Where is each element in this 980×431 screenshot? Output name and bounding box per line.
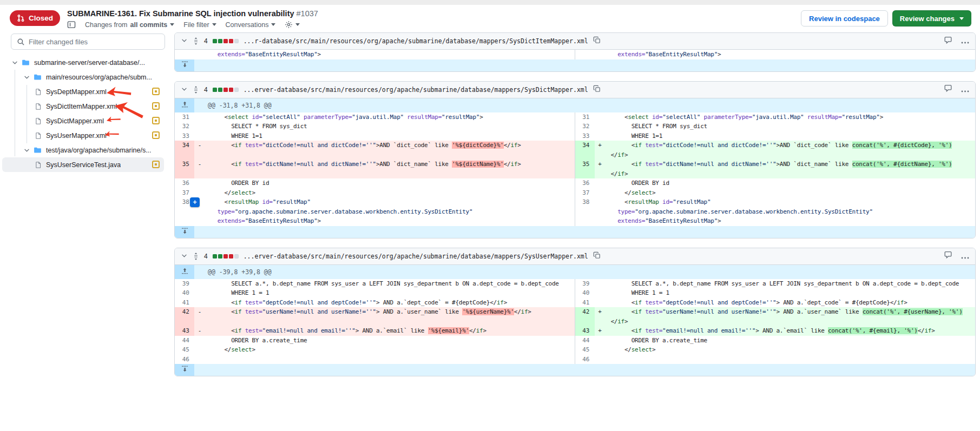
line-number[interactable]: 45: [575, 345, 595, 355]
diff-settings-menu[interactable]: [285, 21, 300, 29]
line-number[interactable]: 41: [575, 298, 595, 308]
line-number[interactable]: 42: [175, 307, 194, 326]
diff-table: 31 <select id="selectAll" parameterType=…: [175, 112, 975, 226]
tree-file-row[interactable]: SysDictItemMapper.xml: [2, 99, 164, 114]
file-icon: [35, 88, 42, 96]
tree-item-label: SysUserServiceTest.java: [46, 161, 121, 169]
drag-handle-icon[interactable]: [193, 86, 199, 94]
file-options-button[interactable]: [961, 36, 969, 46]
copy-path-button[interactable]: [593, 36, 601, 46]
comment-icon: [944, 251, 952, 261]
chevron-down-icon[interactable]: [23, 147, 30, 154]
collapse-file-button[interactable]: [181, 85, 188, 95]
file-path: ...erver-database/src/main/resources/org…: [244, 253, 588, 260]
chevron-down-icon[interactable]: [23, 74, 30, 81]
file-path: ...r-database/src/main/resources/org/apa…: [244, 37, 588, 45]
line-number[interactable]: 44: [575, 336, 595, 346]
pr-header: Closed SUBMARINE-1361. Fix Submarine SQL…: [0, 5, 980, 31]
tree-folder-row[interactable]: main/resources/org/apache/subm...: [2, 70, 164, 84]
line-number[interactable]: 36: [175, 178, 194, 188]
line-number[interactable]: 37: [175, 188, 194, 198]
comment-icon: [944, 84, 952, 95]
line-number[interactable]: 36: [575, 178, 595, 188]
line-number[interactable]: 43: [175, 326, 194, 336]
code-cell: extends="BaseEntityResultMap">: [205, 50, 575, 59]
line-number[interactable]: 45: [175, 345, 194, 355]
review-in-codespace-button[interactable]: Review in codespace: [801, 10, 888, 26]
file-filter-box: [11, 34, 165, 50]
line-number[interactable]: 31: [575, 112, 595, 122]
tree-file-row[interactable]: SysDeptMapper.xml: [2, 84, 164, 99]
kebab-icon: [961, 36, 969, 46]
line-number[interactable]: 39: [575, 279, 595, 289]
caret-down-icon: [959, 17, 964, 20]
line-number[interactable]: 46: [175, 355, 194, 364]
code-cell: </select>: [606, 188, 976, 198]
copy-path-button[interactable]: [593, 85, 601, 95]
file-options-button[interactable]: [961, 251, 969, 261]
line-number[interactable]: 37: [575, 188, 595, 198]
expand-down-button[interactable]: [175, 59, 194, 71]
drag-handle-icon[interactable]: [193, 37, 199, 45]
tree-file-row[interactable]: SysDictMapper.xml: [2, 114, 164, 128]
add-comment-button[interactable]: +: [190, 197, 200, 207]
tree-item-label: test/java/org/apache/submarine/s...: [46, 147, 152, 154]
chevron-down-icon[interactable]: [11, 59, 18, 66]
code-cell: <if test="dictName!=null and dictName!='…: [205, 160, 575, 178]
comment-button[interactable]: [944, 36, 952, 47]
diff-marker: [595, 178, 606, 188]
tree-folder-row[interactable]: test/java/org/apache/submarine/s...: [2, 143, 164, 157]
comment-button[interactable]: [944, 251, 952, 261]
code-cell: <if test="email!=null and email!=''"> AN…: [606, 326, 976, 336]
comment-button[interactable]: [944, 84, 952, 95]
line-number[interactable]: 34: [575, 141, 595, 160]
chevron-down-icon: [181, 251, 188, 261]
file-options-button[interactable]: [961, 85, 969, 95]
line-number[interactable]: 43: [575, 326, 595, 336]
line-number[interactable]: 40: [175, 288, 194, 298]
line-number[interactable]: 38: [575, 197, 595, 226]
changes-from-menu[interactable]: Changes from all commits: [85, 21, 174, 29]
caret-down-icon: [170, 23, 174, 26]
drag-handle-icon[interactable]: [193, 253, 199, 260]
tree-file-row[interactable]: SysUserMapper.xml: [2, 128, 164, 143]
sidebar-toggle-button[interactable]: [67, 21, 76, 29]
expand-down-button[interactable]: [175, 364, 194, 376]
diff-row: 40 WHERE 1 = 140 WHERE 1 = 1: [175, 288, 975, 298]
expand-up-button[interactable]: [175, 98, 194, 112]
line-number[interactable]: 33: [175, 131, 194, 141]
line-number[interactable]: 35: [575, 160, 595, 178]
line-number[interactable]: [175, 50, 194, 59]
expand-down-button[interactable]: [175, 226, 194, 238]
line-number[interactable]: 33: [575, 131, 595, 141]
files-sidebar: submarine-server/server-database/...main…: [0, 31, 166, 172]
review-changes-label: Review changes: [900, 15, 955, 23]
code-cell: <select id="selectAll" parameterType="ja…: [205, 112, 575, 122]
tree-folder-row[interactable]: submarine-server/server-database/...: [2, 55, 164, 70]
line-number[interactable]: 39: [175, 279, 194, 289]
conversations-menu[interactable]: Conversations: [226, 21, 276, 29]
line-number[interactable]: 44: [175, 336, 194, 346]
line-number[interactable]: 31: [175, 112, 194, 122]
file-path: ...erver-database/src/main/resources/org…: [244, 86, 588, 94]
review-changes-button[interactable]: Review changes: [892, 10, 971, 26]
gear-icon: [285, 21, 293, 29]
collapse-file-button[interactable]: [181, 251, 188, 261]
line-number[interactable]: 40: [575, 288, 595, 298]
expand-up-button[interactable]: [175, 265, 194, 279]
line-number[interactable]: 46: [575, 355, 595, 364]
diff-marker: +: [595, 160, 606, 178]
file-filter-menu[interactable]: File filter: [183, 21, 216, 29]
line-number[interactable]: 41: [175, 298, 194, 308]
line-number[interactable]: 35: [175, 160, 194, 178]
file-icon: [35, 132, 42, 140]
line-number[interactable]: 42: [575, 307, 595, 326]
line-number[interactable]: 32: [175, 122, 194, 131]
line-number[interactable]: [575, 50, 595, 59]
filter-changed-files-input[interactable]: [29, 38, 159, 46]
collapse-file-button[interactable]: [181, 36, 188, 46]
line-number[interactable]: 34: [175, 141, 194, 160]
tree-file-row[interactable]: SysUserServiceTest.java: [2, 157, 164, 172]
line-number[interactable]: 32: [575, 122, 595, 131]
copy-path-button[interactable]: [593, 251, 601, 261]
